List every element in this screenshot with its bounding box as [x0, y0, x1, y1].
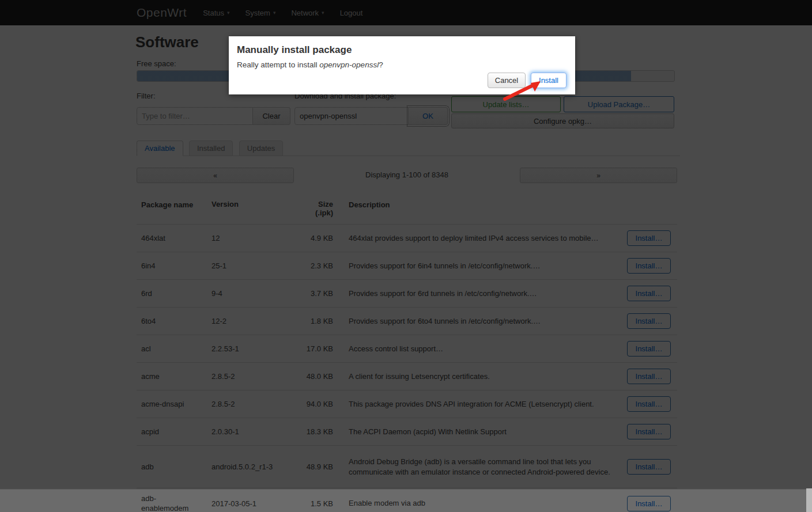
cancel-button[interactable]: Cancel: [488, 73, 526, 88]
message-prefix: Really attempt to install: [237, 60, 319, 69]
scrollbar-thumb[interactable]: [806, 488, 812, 512]
message-suffix: ?: [379, 60, 383, 69]
dialog-message: Really attempt to install openvpn-openss…: [229, 56, 575, 69]
install-confirm-button[interactable]: Install: [531, 73, 566, 88]
page: OpenWrt Status ▾ System ▾ Network ▾ Logo…: [0, 0, 812, 512]
message-package-name: openvpn-openssl: [319, 60, 379, 69]
install-confirm-dialog: Manually install package Really attempt …: [229, 36, 575, 94]
dialog-title: Manually install package: [229, 36, 575, 56]
dialog-actions: Cancel Install: [488, 73, 566, 88]
